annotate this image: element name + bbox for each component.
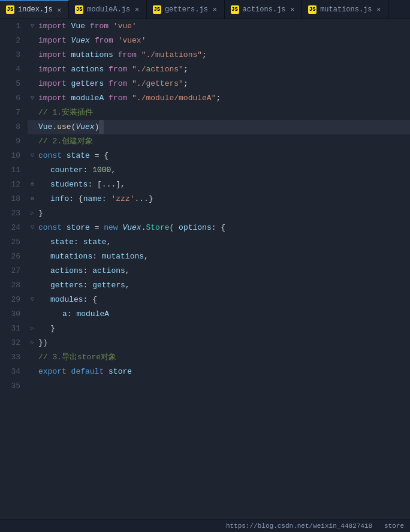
tab-icon-index: JS [6, 5, 14, 14]
brace-info: { [79, 192, 83, 206]
comma-26: , [144, 250, 149, 264]
code-line-35 [28, 379, 410, 393]
tab-close-moduleA[interactable]: ✕ [134, 5, 140, 13]
ln-23: 23 [5, 206, 20, 221]
code-line-26: mutations : mutations , [28, 250, 410, 264]
str-mutations-path: "./mutations" [137, 48, 202, 62]
ln-4: 4 [5, 62, 20, 77]
tab-icon-getters: JS [153, 5, 161, 14]
tab-label-actions: actions.js [243, 5, 286, 14]
ident-getters: getters [67, 77, 108, 91]
code-line-12: ⊕ students : [...] , [28, 178, 410, 192]
str-actions-path: "./actions" [127, 62, 183, 77]
tab-close-getters[interactable]: ✕ [212, 5, 218, 13]
ln-10: 10 [5, 149, 20, 163]
editor-container: JS index.js ✕ JS moduleA.js ✕ JS getters… [0, 0, 410, 532]
fold-18[interactable]: ⊕ [28, 194, 37, 204]
fold-indent-4 [28, 62, 38, 77]
kw-from-4: from [108, 62, 127, 77]
colon-name-18: : [102, 192, 111, 206]
tab-index[interactable]: JS index.js ✕ [0, 0, 69, 19]
ln-9: 9 [5, 134, 20, 149]
fold-indent-30 [28, 307, 38, 321]
fold-indent-35 [28, 379, 38, 393]
kw-from-6: from [108, 91, 127, 106]
ln-6: 6 [5, 91, 20, 106]
fold-29[interactable]: ▽ [28, 295, 37, 305]
val-moduleA-30: moduleA [76, 307, 109, 321]
fold-12[interactable]: ⊕ [28, 180, 37, 190]
comma-12: , [120, 178, 125, 192]
fold-1[interactable]: ▽ [28, 22, 37, 31]
prop-students: students [50, 178, 88, 192]
ln-25: 25 [5, 235, 20, 250]
tab-getters[interactable]: JS getters.js ✕ [147, 0, 225, 19]
ln-29: 29 [5, 293, 20, 307]
ln-8: 8 [5, 120, 20, 134]
kw-import-4: import [38, 62, 67, 77]
code-line-30: a : moduleA [28, 307, 410, 321]
tab-close-mutations[interactable]: ✕ [376, 5, 382, 13]
ident-actions: actions [67, 62, 108, 77]
comma-28: , [125, 278, 130, 293]
ln-5: 5 [5, 77, 20, 91]
fold-indent-7 [28, 106, 38, 120]
tab-close-actions[interactable]: ✕ [290, 5, 296, 13]
str-vuex: 'vuex' [113, 34, 146, 48]
ln-34: 34 [5, 365, 20, 379]
kw-const-10: const [38, 149, 62, 163]
fold-indent-28 [28, 278, 38, 293]
kw-from-3: from [118, 48, 137, 62]
tab-mutations[interactable]: JS mutations.js ✕ [302, 0, 388, 19]
code-line-1: ▽ import Vue from 'vue' [28, 19, 410, 34]
kw-from-5: from [108, 77, 127, 91]
val-mutations-26: mutations [102, 250, 144, 264]
tab-close-index[interactable]: ✕ [56, 6, 63, 14]
store-class-24: Store [146, 221, 169, 235]
ln-32: 32 [5, 336, 20, 350]
ln-1: 1 [5, 19, 20, 34]
num-1000: 1000 [92, 163, 111, 178]
fold-indent-9 [28, 134, 38, 149]
tab-moduleA[interactable]: JS moduleA.js ✕ [69, 0, 147, 19]
code-content: ▽ import Vue from 'vue' import Vuex from… [25, 19, 410, 519]
comma-11: , [111, 163, 116, 178]
kw-import-5: import [38, 77, 67, 91]
colon-options: : { [212, 221, 225, 235]
eq-24: = [95, 221, 104, 235]
fn-use: use [57, 120, 71, 134]
ln-31: 31 [5, 321, 20, 336]
fold-32[interactable]: ▷ [28, 338, 37, 348]
ln-28: 28 [5, 278, 20, 293]
prop-actions-27: actions [50, 264, 83, 278]
kw-from-2: from [95, 34, 113, 48]
kw-new-24: new [104, 221, 122, 235]
code-line-11: counter : 1000 , [28, 163, 410, 178]
tab-actions[interactable]: JS actions.js ✕ [225, 0, 303, 19]
prop-modules-29: modules [50, 293, 83, 307]
brace-close-23: } [38, 206, 43, 221]
kw-import-3: import [38, 48, 67, 62]
code-line-31: ▷ } [28, 321, 410, 336]
prop-a-30: a [62, 307, 67, 321]
code-line-5: import getters from "./getters" ; [28, 77, 410, 91]
options-label: options [174, 221, 211, 235]
kw-import-2: import [38, 34, 67, 48]
tab-label-moduleA: moduleA.js [87, 5, 130, 14]
fold-24[interactable]: ▽ [28, 223, 37, 233]
fold-23[interactable]: ▷ [28, 209, 37, 218]
fold-31[interactable]: ▷ [28, 324, 37, 333]
semi-6: ; [216, 91, 221, 106]
fold-10[interactable]: ▽ [28, 151, 37, 161]
ln-3: 3 [5, 48, 20, 62]
code-line-9: // 2.创建对象 [28, 134, 410, 149]
fold-indent-26 [28, 250, 38, 264]
comment-9: // 2.创建对象 [38, 134, 93, 149]
dot-8: . [52, 120, 57, 134]
tab-icon-moduleA: JS [75, 5, 83, 14]
kw-from-1: from [90, 19, 108, 34]
ident-vue: Vue [67, 19, 90, 34]
fold-indent-11 [28, 163, 38, 178]
fold-6[interactable]: ▽ [28, 94, 37, 103]
kw-import-6: import [38, 91, 67, 106]
